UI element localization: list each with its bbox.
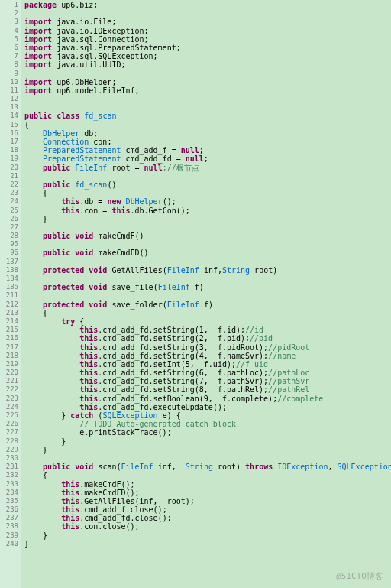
code-line: this.cmd_add_fd.setString(2, f.pid);//pi… — [24, 334, 391, 343]
line-number: 184 — [0, 275, 21, 283]
line-number: 237 — [0, 514, 21, 522]
code-line: protected void save_file(FileInf f) — [24, 283, 391, 291]
line-number: 2 — [0, 9, 21, 18]
code-line — [24, 70, 391, 78]
code-line — [24, 223, 391, 232]
code-line: } — [24, 437, 391, 446]
line-number: 222 — [0, 385, 21, 394]
line-number: 236 — [0, 505, 21, 514]
line-number: 24 — [0, 197, 21, 206]
code-line: { — [24, 471, 391, 479]
line-gutter: 1 2 3 4 5 6 7 8 9 10 11 12 13 14 15 16 1… — [0, 0, 21, 588]
line-number: 224 — [0, 403, 21, 411]
code-line: } — [24, 215, 391, 223]
line-number: 239 — [0, 531, 21, 540]
code-line: public void scan(FileInf inf, String roo… — [24, 463, 391, 471]
code-line: public class fd_scan — [24, 112, 391, 120]
line-number: 228 — [0, 437, 21, 446]
line-number: 211 — [0, 291, 21, 300]
watermark: @51CTO博客 — [336, 570, 383, 582]
code-line: public void makeCmdF() — [24, 232, 391, 240]
line-number: 221 — [0, 377, 21, 385]
line-number: 217 — [0, 343, 21, 352]
code-line: protected void GetAllFiles(FileInf inf,S… — [24, 266, 391, 275]
line-number: 13 — [0, 103, 21, 112]
code-line: this.cmd_add_fd.close(); — [24, 514, 391, 522]
line-number: 3 — [0, 18, 21, 26]
code-line: } — [24, 446, 391, 454]
line-number: 219 — [0, 360, 21, 369]
line-number: 220 — [0, 369, 21, 377]
code-editor: 1 2 3 4 5 6 7 8 9 10 11 12 13 14 15 16 1… — [0, 0, 391, 588]
code-line: import java.sql.PreparedStatement; — [24, 44, 391, 52]
line-number: 223 — [0, 395, 21, 403]
line-number: 95 — [0, 240, 21, 249]
code-line: this.cmd_add_fd.setInt(5, f.uid);//f_uid — [24, 360, 391, 369]
code-line: // TODO Auto-generated catch block — [24, 420, 391, 428]
line-number: 11 — [0, 86, 21, 95]
code-line: this.GetAllFiles(inf, root); — [24, 497, 391, 505]
code-line: } catch (SQLException e) { — [24, 411, 391, 420]
line-number: 10 — [0, 78, 21, 86]
code-line: public FileInf root = null;//根节点 — [24, 164, 391, 172]
line-number: 215 — [0, 326, 21, 334]
code-line: this.cmd_add_fd.setString(6, f.pathLoc);… — [24, 369, 391, 377]
code-line: this.cmd_add_fd.setString(1, f.id);//id — [24, 326, 391, 334]
line-number: 138 — [0, 266, 21, 275]
code-line: { — [24, 189, 391, 197]
line-number: 7 — [0, 52, 21, 60]
code-line: this.cmd_add_f.close(); — [24, 505, 391, 514]
line-number: 96 — [0, 249, 21, 257]
line-number: 9 — [0, 70, 21, 78]
code-line — [24, 291, 391, 300]
line-number: 231 — [0, 463, 21, 471]
line-number: 8 — [0, 60, 21, 69]
line-number: 229 — [0, 446, 21, 454]
code-line: import java.util.UUID; — [24, 60, 391, 69]
line-number: 25 — [0, 206, 21, 215]
line-number: 21 — [0, 172, 21, 180]
code-line: this.con = this.db.GetCon(); — [24, 206, 391, 215]
line-number: 23 — [0, 189, 21, 197]
code-line: } — [24, 540, 391, 548]
code-line: PreparedStatement cmd_add_f = null; — [24, 146, 391, 154]
code-content[interactable]: package up6.biz; import java.io.File; im… — [21, 0, 391, 588]
code-line — [24, 240, 391, 249]
code-line — [24, 172, 391, 180]
line-number: 137 — [0, 258, 21, 266]
code-line: this.cmd_add_fd.setString(4, f.nameSvr);… — [24, 352, 391, 360]
code-line: import java.io.IOException; — [24, 27, 391, 35]
code-line: PreparedStatement cmd_add_fd = null; — [24, 154, 391, 163]
code-line: this.makeCmdFD(); — [24, 489, 391, 497]
line-number: 212 — [0, 300, 21, 309]
code-line — [24, 258, 391, 266]
line-number: 1 — [0, 1, 21, 9]
line-number: 6 — [0, 44, 21, 52]
line-number: 218 — [0, 352, 21, 360]
code-line: import up6.DbHelper; — [24, 78, 391, 86]
line-number: 227 — [0, 428, 21, 437]
code-line: { — [24, 121, 391, 129]
line-number: 225 — [0, 411, 21, 420]
code-line — [24, 103, 391, 112]
line-number: 4 — [0, 27, 21, 35]
line-number: 12 — [0, 95, 21, 103]
line-number: 17 — [0, 138, 21, 146]
code-line: this.makeCmdF(); — [24, 480, 391, 489]
line-number: 5 — [0, 35, 21, 44]
line-number: 19 — [0, 154, 21, 163]
line-number: 238 — [0, 522, 21, 531]
line-number: 235 — [0, 497, 21, 505]
code-line: public fd_scan() — [24, 180, 391, 189]
line-number: 16 — [0, 129, 21, 138]
line-number: 233 — [0, 480, 21, 489]
line-number: 14 — [0, 112, 21, 120]
code-line: this.con.close(); — [24, 522, 391, 531]
code-line: this.db = new DbHelper(); — [24, 197, 391, 206]
line-number: 232 — [0, 471, 21, 479]
code-line: this.cmd_add_fd.executeUpdate(); — [24, 403, 391, 411]
line-number: 27 — [0, 223, 21, 232]
code-line: this.cmd_add_fd.setString(8, f.pathRel);… — [24, 385, 391, 394]
code-line: public void makeCmdFD() — [24, 249, 391, 257]
code-line: this.cmd_add_fd.setBoolean(9, f.complete… — [24, 395, 391, 403]
